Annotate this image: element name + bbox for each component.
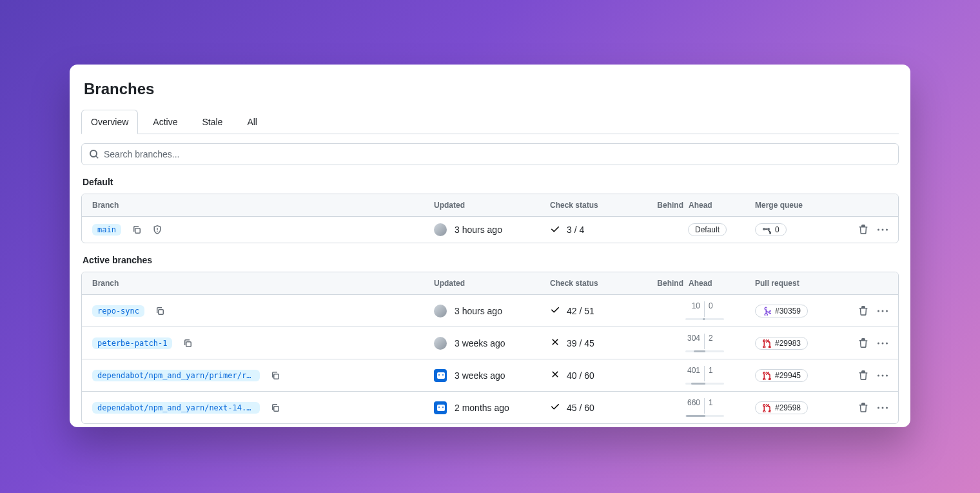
section-title-active: Active branches <box>83 255 899 265</box>
ahead-count: 2 <box>709 334 727 343</box>
col-behind-ahead: Behind Ahead <box>643 201 727 210</box>
col-pull-request: Pull request <box>727 279 843 288</box>
behind-count: 401 <box>682 366 700 375</box>
page-title: Branches <box>84 80 899 98</box>
branch-name[interactable]: dependabot/npm_and_yarn/primer/react… <box>92 370 260 381</box>
col-check: Check status <box>550 201 643 210</box>
col-ahead: Ahead <box>689 279 712 288</box>
check-ratio: 45 / 60 <box>567 403 594 413</box>
shield-icon[interactable] <box>152 225 162 235</box>
behind-ahead-indicator: 660 1 <box>682 398 727 417</box>
pr-badge[interactable]: #29945 <box>755 369 808 382</box>
pr-badge[interactable]: #30359 <box>755 305 808 317</box>
user-avatar <box>434 337 447 350</box>
branches-panel: Branches OverviewActiveStaleAll Default … <box>70 65 910 427</box>
ahead-count: 0 <box>709 301 727 310</box>
col-behind: Behind <box>657 201 683 210</box>
copy-icon[interactable] <box>182 338 193 348</box>
delete-icon[interactable] <box>858 225 868 235</box>
copy-icon[interactable] <box>270 403 280 413</box>
pr-number: #29598 <box>775 403 801 412</box>
check-ratio: 42 / 51 <box>567 306 594 316</box>
behind-count: 10 <box>682 301 700 310</box>
tab-active[interactable]: Active <box>143 110 187 134</box>
more-icon[interactable] <box>877 403 888 413</box>
ahead-count: 1 <box>709 398 727 407</box>
delete-icon[interactable] <box>858 403 868 413</box>
tab-all[interactable]: All <box>237 110 267 134</box>
updated-time: 2 months ago <box>455 403 509 413</box>
behind-ahead-indicator: 10 0 <box>682 301 727 320</box>
check-success-icon <box>550 305 560 317</box>
search-wrap <box>81 143 899 165</box>
user-avatar <box>434 223 447 236</box>
pr-number: #29945 <box>775 371 801 380</box>
more-icon[interactable] <box>877 338 888 348</box>
behind-count: 660 <box>682 398 700 407</box>
behind-ahead-indicator: 401 1 <box>682 366 727 385</box>
more-icon[interactable] <box>877 225 888 235</box>
branch-name[interactable]: main <box>92 224 121 236</box>
default-table: Branch Updated Check status Behind Ahead… <box>81 194 899 243</box>
active-table: Branch Updated Check status Behind Ahead… <box>81 272 899 424</box>
delete-icon[interactable] <box>858 306 868 316</box>
col-branch: Branch <box>92 201 434 210</box>
branch-name[interactable]: repo-sync <box>92 305 144 317</box>
check-success-icon <box>550 401 560 414</box>
col-branch: Branch <box>92 279 434 288</box>
col-behind-ahead: Behind Ahead <box>643 279 727 288</box>
section-title-default: Default <box>83 177 899 187</box>
table-header: Branch Updated Check status Behind Ahead… <box>82 194 898 217</box>
delete-icon[interactable] <box>858 370 868 381</box>
bot-avatar <box>434 401 447 414</box>
delete-icon[interactable] <box>858 338 868 348</box>
search-input[interactable] <box>81 143 899 165</box>
pr-number: #29983 <box>775 339 801 348</box>
table-row: repo-sync 3 hours ago 42 / 51 10 0 #3035… <box>82 295 898 327</box>
check-ratio: 39 / 45 <box>567 338 594 348</box>
col-updated: Updated <box>434 279 550 288</box>
check-fail-icon <box>550 337 560 349</box>
check-ratio: 3 / 4 <box>567 225 584 235</box>
behind-count: 304 <box>682 334 700 343</box>
user-avatar <box>434 305 447 317</box>
updated-time: 3 weeks ago <box>455 338 505 348</box>
updated-time: 3 hours ago <box>455 306 502 316</box>
table-header: Branch Updated Check status Behind Ahead… <box>82 272 898 295</box>
col-merge-queue: Merge queue <box>727 201 843 210</box>
ahead-count: 1 <box>709 366 727 375</box>
tabs: OverviewActiveStaleAll <box>81 110 899 134</box>
col-ahead: Ahead <box>689 201 712 210</box>
check-ratio: 40 / 60 <box>567 370 594 381</box>
table-row: peterbe-patch-1 3 weeks ago 39 / 45 304 … <box>82 327 898 359</box>
more-icon[interactable] <box>877 306 888 316</box>
pr-badge[interactable]: #29598 <box>755 401 808 414</box>
table-row: dependabot/npm_and_yarn/primer/react… 3 … <box>82 359 898 391</box>
col-check: Check status <box>550 279 643 288</box>
bot-avatar <box>434 369 447 382</box>
check-success-icon <box>550 224 560 236</box>
branch-name[interactable]: peterbe-patch-1 <box>92 337 172 349</box>
col-behind: Behind <box>657 279 683 288</box>
copy-icon[interactable] <box>132 225 142 235</box>
pr-badge[interactable]: #29983 <box>755 337 808 350</box>
copy-icon[interactable] <box>155 306 165 316</box>
pr-number: #30359 <box>775 307 801 316</box>
check-fail-icon <box>550 369 560 381</box>
updated-time: 3 weeks ago <box>455 370 505 381</box>
default-badge: Default <box>688 223 727 236</box>
copy-icon[interactable] <box>270 370 280 381</box>
updated-time: 3 hours ago <box>455 225 502 235</box>
merge-queue-badge[interactable]: 0 <box>755 223 787 236</box>
table-row: dependabot/npm_and_yarn/next-14.0.1 2 mo… <box>82 391 898 423</box>
col-updated: Updated <box>434 201 550 210</box>
tab-overview[interactable]: Overview <box>81 110 138 134</box>
tab-stale[interactable]: Stale <box>192 110 232 134</box>
behind-ahead-indicator: 304 2 <box>682 334 727 352</box>
table-row: main 3 hours ago 3 / 4 Default 0 <box>82 217 898 243</box>
more-icon[interactable] <box>877 370 888 381</box>
branch-name[interactable]: dependabot/npm_and_yarn/next-14.0.1 <box>92 402 260 414</box>
search-icon <box>89 149 99 159</box>
